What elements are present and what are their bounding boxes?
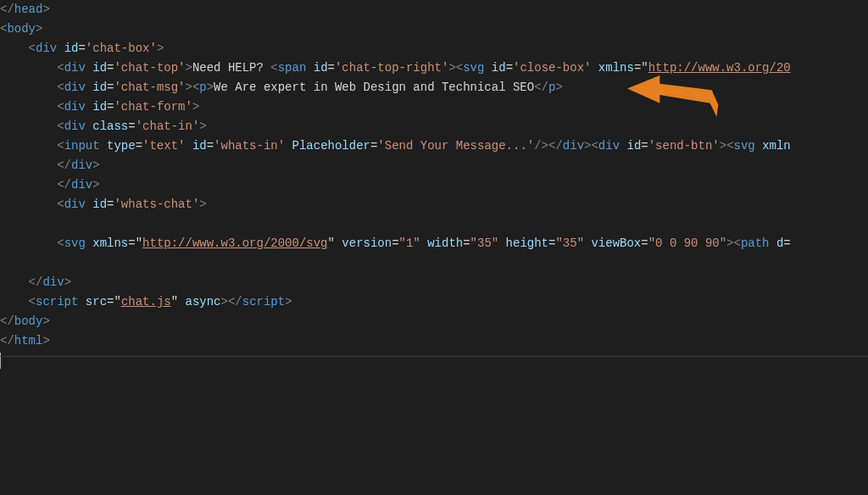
code-line[interactable]: <input type='text' id='whats-in' Placeho…	[0, 136, 868, 156]
code-line[interactable]	[0, 253, 868, 273]
code-line[interactable]: <script src="chat.js" async></script>	[0, 292, 868, 312]
code-line[interactable]: <div class='chat-in'>	[0, 117, 868, 136]
code-line[interactable]: </div>	[0, 156, 868, 175]
code-line[interactable]: </head>	[0, 0, 868, 19]
code-line[interactable]	[0, 351, 868, 370]
code-line[interactable]: </div>	[0, 175, 868, 195]
editor-separator	[0, 356, 868, 357]
code-line[interactable]	[0, 214, 868, 234]
code-line[interactable]: <body>	[0, 19, 868, 39]
code-line[interactable]: <svg xmlns="http://www.w3.org/2000/svg" …	[0, 234, 868, 253]
text-cursor	[0, 353, 1, 369]
code-line[interactable]: <div id='chat-form'>	[0, 97, 868, 117]
code-line[interactable]: <div id='chat-top'>Need HELP? <span id='…	[0, 58, 868, 78]
code-line[interactable]: </body>	[0, 312, 868, 331]
code-line[interactable]: </html>	[0, 331, 868, 351]
code-line[interactable]: <div id='whats-chat'>	[0, 195, 868, 214]
code-editor[interactable]: </head><body> <div id='chat-box'> <div i…	[0, 0, 868, 370]
code-line[interactable]: <div id='chat-box'>	[0, 39, 868, 58]
code-line[interactable]: </div>	[0, 273, 868, 292]
code-line[interactable]: <div id='chat-msg'><p>We Are expert in W…	[0, 78, 868, 97]
